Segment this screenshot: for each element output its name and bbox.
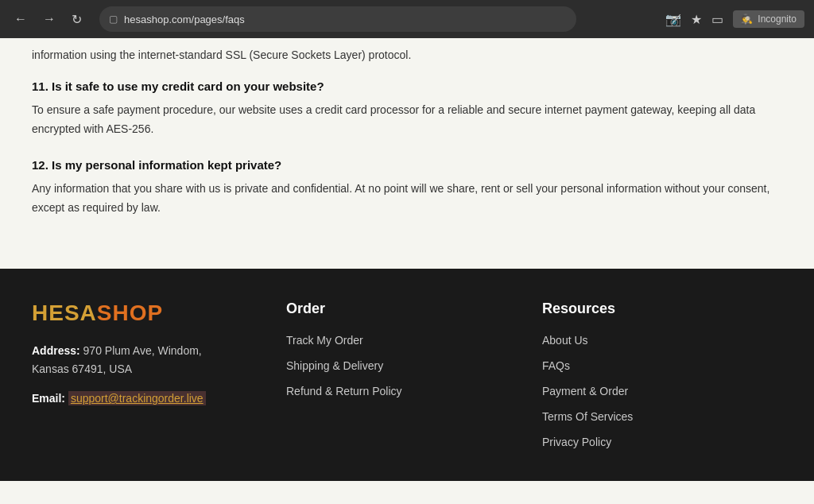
track-my-order-link[interactable]: Track My Order	[286, 334, 363, 347]
site-info-icon: ▢	[109, 14, 118, 25]
privacy-policy-link[interactable]: Privacy Policy	[542, 436, 611, 448]
footer-brand-col: HESASHOP Address: 970 Plum Ave, Windom,K…	[32, 300, 270, 449]
faq-12-question: 12. Is my personal information kept priv…	[32, 158, 782, 172]
faq-11-question: 11. Is it safe to use my credit card on …	[32, 79, 782, 93]
about-us-link[interactable]: About Us	[542, 334, 588, 347]
faqs-link[interactable]: FAQs	[542, 359, 570, 372]
incognito-icon: 🕵	[741, 14, 753, 25]
terms-of-services-link[interactable]: Terms Of Services	[542, 410, 633, 423]
logo-shop: SHOP	[97, 300, 163, 325]
payment-order-link[interactable]: Payment & Order	[542, 385, 628, 397]
list-item: Shipping & Delivery	[286, 359, 510, 373]
footer-logo: HESASHOP	[32, 300, 238, 326]
cast-icon[interactable]: ▭	[711, 12, 723, 27]
faq-11-answer: To ensure a safe payment procedure, our …	[32, 101, 782, 139]
browser-chrome: ← → ↻ ▢ hesashop.com/pages/faqs 📷̸ ★ ▭ 🕵…	[0, 0, 814, 38]
list-item: Payment & Order	[542, 384, 766, 398]
faq-item-12: 12. Is my personal information kept priv…	[32, 158, 782, 218]
list-item: FAQs	[542, 359, 766, 373]
footer-email: Email: support@trackingorder.live	[32, 392, 238, 405]
forward-button[interactable]: →	[38, 9, 60, 29]
bookmark-icon[interactable]: ★	[691, 12, 702, 27]
list-item: Refund & Return Policy	[286, 384, 510, 398]
footer-address: Address: 970 Plum Ave, Windom,Kansas 674…	[32, 342, 238, 380]
incognito-button[interactable]: 🕵 Incognito	[733, 10, 804, 28]
page-content: information using the internet-standard …	[0, 38, 814, 269]
resources-links: About Us FAQs Payment & Order Terms Of S…	[542, 333, 766, 449]
email-link[interactable]: support@trackingorder.live	[68, 391, 206, 405]
no-camera-icon: 📷̸	[665, 12, 681, 27]
list-item: Terms Of Services	[542, 409, 766, 424]
address-label: Address:	[32, 344, 80, 357]
logo-hesa: HESA	[32, 300, 97, 325]
order-col-title: Order	[286, 300, 510, 317]
footer-resources-col: Resources About Us FAQs Payment & Order …	[526, 300, 782, 449]
incognito-label: Incognito	[758, 14, 797, 25]
reload-button[interactable]: ↻	[67, 9, 87, 30]
url-text: hesashop.com/pages/faqs	[124, 14, 245, 25]
footer-order-col: Order Track My Order Shipping & Delivery…	[270, 300, 526, 449]
browser-actions: 📷̸ ★ ▭ 🕵 Incognito	[665, 10, 804, 28]
faq-item-11: 11. Is it safe to use my credit card on …	[32, 79, 782, 139]
address-bar[interactable]: ▢ hesashop.com/pages/faqs	[99, 6, 576, 32]
list-item: Track My Order	[286, 333, 510, 347]
shipping-delivery-link[interactable]: Shipping & Delivery	[286, 359, 383, 372]
email-label: Email:	[32, 392, 65, 405]
back-button[interactable]: ←	[10, 9, 32, 29]
resources-col-title: Resources	[542, 300, 766, 317]
faq-intro-text: information using the internet-standard …	[32, 38, 782, 79]
faq-12-answer: Any information that you share with us i…	[32, 180, 782, 218]
refund-return-link[interactable]: Refund & Return Policy	[286, 385, 402, 397]
list-item: Privacy Policy	[542, 435, 766, 449]
order-links: Track My Order Shipping & Delivery Refun…	[286, 333, 510, 398]
list-item: About Us	[542, 333, 766, 347]
footer: HESASHOP Address: 970 Plum Ave, Windom,K…	[0, 269, 814, 481]
